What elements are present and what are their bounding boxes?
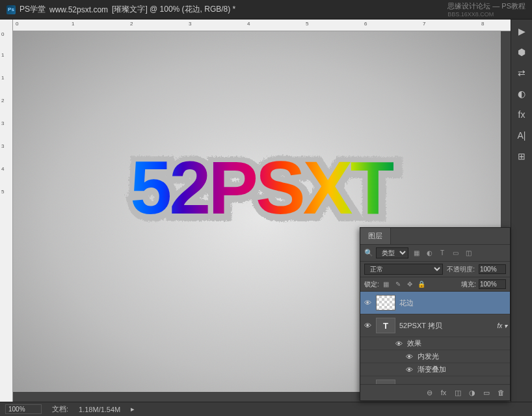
panel-tabs: 图层 bbox=[360, 228, 510, 245]
lock-position-icon[interactable]: ✎ bbox=[393, 280, 403, 289]
layer-effects[interactable]: 👁 效果 bbox=[360, 337, 510, 350]
doc-info: 1.18M/1.54M bbox=[79, 406, 120, 413]
layer-gradient-overlay[interactable]: 👁 渐变叠加 bbox=[360, 363, 510, 376]
layer-huabian[interactable]: 👁 花边 bbox=[360, 292, 510, 314]
visibility-icon[interactable]: 👁 bbox=[405, 353, 414, 361]
fx-menu-icon[interactable]: fx bbox=[438, 387, 449, 398]
layer-52psxt-copy[interactable]: 👁 T 52PSXT 拷贝 fx ▾ bbox=[360, 314, 510, 337]
filter-adjust-icon[interactable]: ◐ bbox=[424, 248, 434, 258]
color-icon[interactable]: ⬢ bbox=[515, 46, 528, 59]
text-layer-icon: T bbox=[376, 318, 395, 333]
layers-list: 👁 花边 👁 T 52PSXT 拷贝 fx ▾ 👁 效果 👁 内发光 👁 渐变叠… bbox=[360, 292, 510, 384]
doc-label: 文档: bbox=[52, 404, 68, 414]
watermark: 思缘设计论坛 — PS教程 BBS.16XX8.COM bbox=[447, 1, 525, 18]
fx-icon[interactable]: fx bbox=[515, 108, 528, 121]
opacity-input[interactable] bbox=[479, 264, 506, 274]
blend-mode-select[interactable]: 正常 bbox=[364, 264, 443, 275]
layer-filter-row: 🔍 类型 ▦ ◐ T ▭ ◫ bbox=[360, 245, 510, 262]
title-doc: [璀璨文字] @ 100% (花边, RGB/8) * bbox=[112, 4, 235, 15]
filter-type-select[interactable]: 类型 bbox=[376, 247, 408, 258]
lock-pixels-icon[interactable]: ▦ bbox=[382, 280, 391, 289]
ruler-horizontal: 0 1 2 3 4 5 6 7 8 bbox=[13, 20, 511, 31]
lock-all-icon[interactable]: 🔒 bbox=[417, 280, 426, 289]
opacity-label: 不透明度: bbox=[447, 265, 475, 274]
filter-text-icon[interactable]: T bbox=[437, 248, 447, 258]
right-toolbar: ▶ ⬢ ⇄ ◐ fx A| ⊞ bbox=[511, 20, 532, 402]
visibility-icon[interactable]: 👁 bbox=[405, 366, 414, 374]
layers-panel: 图层 🔍 类型 ▦ ◐ T ▭ ◫ 正常 不透明度: 锁定: ▦ ✎ ✥ 🔒 填… bbox=[360, 227, 511, 401]
filter-smart-icon[interactable]: ◫ bbox=[463, 248, 473, 258]
layer-52psxt[interactable]: 👁 T 52PSXT bbox=[360, 376, 510, 384]
adjust-icon[interactable]: ◐ bbox=[515, 87, 528, 100]
layers-panel-bottom: ⊖ fx ◫ ◑ ▭ 🗑 bbox=[360, 384, 510, 400]
layer-inner-glow[interactable]: 👁 内发光 bbox=[360, 350, 510, 363]
new-layer-icon[interactable]: ▭ bbox=[481, 387, 492, 398]
trash-icon[interactable]: 🗑 bbox=[496, 387, 506, 398]
text-layer-icon: T bbox=[376, 380, 395, 384]
status-arrow-icon[interactable]: ▸ bbox=[131, 405, 135, 413]
filter-pixel-icon[interactable]: ▦ bbox=[411, 248, 421, 258]
ruler-vertical: 0 1 1 2 3 3 4 5 bbox=[0, 20, 13, 402]
blend-opacity-row: 正常 不透明度: bbox=[360, 262, 510, 277]
lock-label: 锁定: bbox=[364, 280, 379, 289]
lock-fill-row: 锁定: ▦ ✎ ✥ 🔒 填充: bbox=[360, 277, 510, 292]
tab-layers[interactable]: 图层 bbox=[360, 228, 391, 244]
play-icon[interactable]: ▶ bbox=[515, 25, 528, 38]
title-prefix: PS学堂 bbox=[20, 4, 46, 15]
fill-input[interactable] bbox=[479, 279, 506, 289]
link-icon[interactable]: ⊖ bbox=[424, 387, 434, 398]
status-bar: 文档: 1.18M/1.54M ▸ bbox=[0, 402, 532, 416]
title-url: www.52psxt.com bbox=[49, 5, 108, 14]
zoom-input[interactable] bbox=[5, 404, 42, 414]
fill-label: 填充: bbox=[461, 280, 476, 289]
ps-app-icon: Ps bbox=[7, 5, 16, 14]
swap-icon[interactable]: ⇄ bbox=[515, 66, 528, 79]
lock-move-icon[interactable]: ✥ bbox=[405, 280, 414, 289]
adjustment-icon[interactable]: ◑ bbox=[467, 387, 477, 398]
mask-icon[interactable]: ◫ bbox=[453, 387, 463, 398]
visibility-icon[interactable]: 👁 bbox=[363, 299, 372, 307]
search-icon[interactable]: 🔍 bbox=[364, 249, 373, 257]
canvas-text-layer: 52PSXT 52PSXT bbox=[130, 145, 393, 230]
visibility-icon[interactable]: 👁 bbox=[394, 340, 403, 348]
filter-shape-icon[interactable]: ▭ bbox=[450, 248, 460, 258]
layer-thumbnail bbox=[376, 295, 395, 311]
fx-badge[interactable]: fx ▾ bbox=[497, 322, 507, 329]
paragraph-icon[interactable]: A| bbox=[515, 129, 528, 142]
visibility-icon[interactable]: 👁 bbox=[363, 322, 372, 329]
panel-icon[interactable]: ⊞ bbox=[515, 150, 528, 163]
